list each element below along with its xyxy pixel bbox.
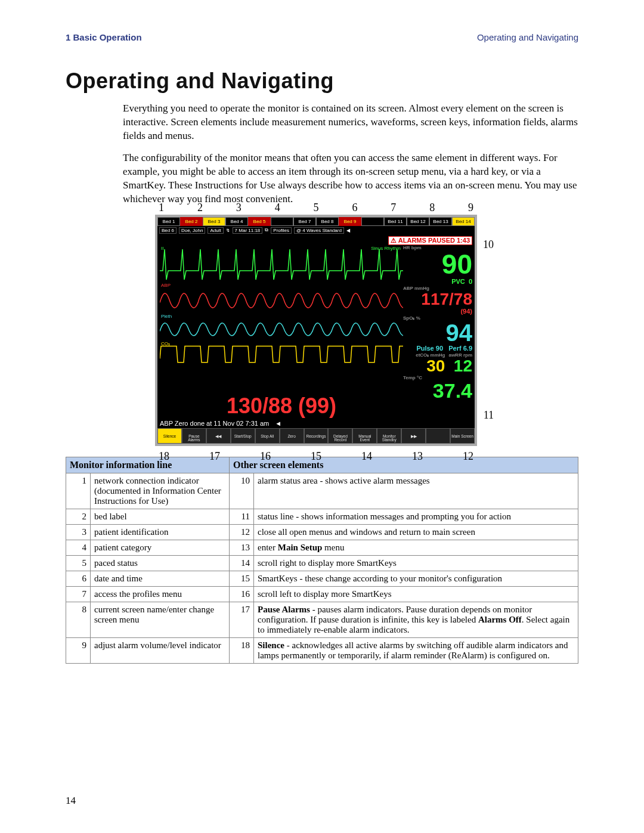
monitor-info-line[interactable]: Bed 6 Doe, John Adult ↯ 7 Mar 11:18 ⧉ Pr…: [157, 226, 475, 235]
table-row: 7access the profiles menu16scroll left t…: [66, 586, 578, 602]
bed-tab[interactable]: Bed 5: [248, 217, 271, 226]
legend-num: 11: [230, 509, 254, 524]
smartkey[interactable]: Recordings: [304, 428, 329, 444]
callout-15: 15: [311, 450, 321, 463]
monitor-screen: Bed 1Bed 2Bed 3Bed 4Bed 5Bed 7Bed 8Bed 9…: [155, 215, 477, 446]
bed-tab[interactable]: [271, 217, 293, 226]
legend-num: 2: [66, 509, 91, 524]
smartkey[interactable]: Manual Event: [352, 428, 377, 444]
alarm-status-area[interactable]: ⚠ ALARMS PAUSED 1:43: [388, 236, 472, 245]
bed-tab[interactable]: Bed 8: [316, 217, 339, 226]
running-header-chapter: 1 Basic Operation: [66, 32, 142, 42]
smartkey[interactable]: Delayed Record: [328, 428, 352, 444]
legend-num: 17: [230, 602, 254, 637]
page-title: Operating and Navigating: [66, 69, 578, 94]
etco2-value[interactable]: 30: [416, 358, 445, 374]
table-row: 6date and time15SmartKeys - these change…: [66, 571, 578, 586]
page-number: 14: [66, 795, 76, 807]
callout-18: 18: [159, 450, 169, 463]
bed-tab[interactable]: Bed 2: [180, 217, 203, 226]
waveform-abp[interactable]: ABP: [160, 283, 403, 311]
smartkey[interactable]: Start/Stop: [231, 428, 255, 444]
legend-num: 8: [66, 602, 91, 637]
bed-tab[interactable]: Bed 14: [452, 217, 475, 226]
abp-mean: (94): [403, 308, 472, 315]
awrr-value[interactable]: 12: [448, 358, 472, 374]
legend-desc: enter Main Setup menu: [254, 540, 578, 555]
table-row: 2bed label11status line - shows informat…: [66, 509, 578, 524]
patient-id[interactable]: Doe, John: [179, 227, 205, 234]
legend-desc: scroll right to display more SmartKeys: [254, 555, 578, 571]
waveform-co₂[interactable]: CO₂: [160, 341, 403, 366]
legend-num: 5: [66, 555, 91, 571]
legend-desc: patient identification: [91, 524, 230, 540]
waveform-pleth[interactable]: Pleth: [160, 314, 403, 339]
screen-name[interactable]: @ 4 Waves Standard: [294, 227, 344, 234]
legend-desc: current screen name/enter change screen …: [91, 602, 230, 637]
hr-value[interactable]: 90: [403, 250, 472, 278]
callout-17: 17: [209, 450, 220, 463]
bed-tab[interactable]: Bed 7: [293, 217, 316, 226]
smartkey[interactable]: Monitor Standby: [377, 428, 401, 444]
smartkey[interactable]: [426, 428, 450, 444]
profiles-menu[interactable]: Profiles: [271, 227, 292, 234]
smartkey[interactable]: Main Screen: [450, 428, 475, 444]
perf-value[interactable]: 6.9: [463, 345, 472, 352]
pvc-label: PVC: [451, 278, 465, 285]
callout-5: 5: [314, 202, 319, 214]
legend-desc: scroll left to display more SmartKeys: [254, 586, 578, 602]
bed-label[interactable]: Bed 6: [159, 227, 177, 234]
legend-desc: close all open menus and windows and ret…: [254, 524, 578, 540]
table-row: 3patient identification12close all open …: [66, 524, 578, 540]
bed-tab[interactable]: Bed 4: [225, 217, 248, 226]
legend-desc: date and time: [91, 571, 230, 586]
legend-num: 18: [230, 637, 254, 663]
legend-num: 10: [230, 473, 254, 509]
network-icon: ⧉: [265, 227, 268, 233]
smartkey[interactable]: Silence: [157, 428, 182, 444]
temp-value[interactable]: 37.4: [403, 380, 472, 401]
pvc-value[interactable]: 0: [469, 278, 472, 285]
bed-tab[interactable]: Bed 13: [429, 217, 452, 226]
table-row: 1network connection indicator (documente…: [66, 473, 578, 509]
nbp-value[interactable]: 130/88: [227, 394, 292, 419]
bed-tab[interactable]: Bed 12: [407, 217, 429, 226]
callout-6: 6: [352, 202, 357, 214]
legend-desc: patient category: [91, 540, 230, 555]
date-time[interactable]: 7 Mar 11:18: [233, 227, 263, 234]
legend-desc: status line - shows information messages…: [254, 509, 578, 524]
bed-tab[interactable]: Bed 3: [203, 217, 225, 226]
pointer-icon: ◄: [275, 420, 281, 427]
smartkey[interactable]: ▶▶: [401, 428, 426, 444]
waveform-ii[interactable]: IISinus Rhythm: [160, 246, 403, 281]
legend-num: 6: [66, 571, 91, 586]
spo2-value[interactable]: 94: [403, 321, 472, 345]
smartkey[interactable]: ◀◀: [206, 428, 231, 444]
status-line: ABP Zero done at 11 Nov 02 7:31 am: [160, 420, 269, 427]
legend-desc: Silence - acknowledges all active alarms…: [254, 637, 578, 663]
pulse-value[interactable]: 90: [436, 345, 443, 352]
smartkey[interactable]: Pause Alarms: [182, 428, 206, 444]
bed-tab[interactable]: Bed 9: [339, 217, 361, 226]
legend-num: 16: [230, 586, 254, 602]
paced-status[interactable]: ↯: [226, 228, 230, 233]
abp-value[interactable]: 117/78: [403, 291, 472, 308]
legend-num: 7: [66, 586, 91, 602]
legend-num: 3: [66, 524, 91, 540]
table-row: 9adjust alarm volume/level indicator18Si…: [66, 637, 578, 663]
callout-8: 8: [429, 202, 435, 214]
legend-num: 9: [66, 637, 91, 663]
legend-num: 13: [230, 540, 254, 555]
callout-1: 1: [159, 202, 164, 214]
bed-tab[interactable]: Bed 11: [384, 217, 407, 226]
alarm-volume-icon[interactable]: ◀: [346, 228, 350, 233]
pulse-label: Pulse: [416, 345, 434, 352]
bed-tab[interactable]: [361, 217, 384, 226]
smartkey[interactable]: Stop All: [255, 428, 280, 444]
bed-tab[interactable]: Bed 1: [157, 217, 180, 226]
callout-13: 13: [412, 450, 423, 463]
smartkey[interactable]: Zero: [280, 428, 304, 444]
legend-table: Monitor information line Other screen el…: [66, 457, 578, 664]
patient-category[interactable]: Adult: [208, 227, 223, 234]
callout-14: 14: [361, 450, 372, 463]
